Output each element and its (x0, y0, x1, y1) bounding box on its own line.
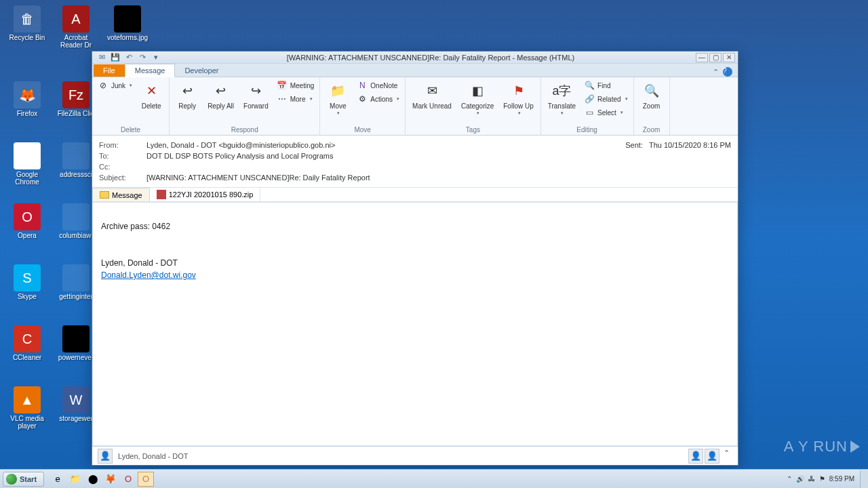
desktop-icon[interactable]: voteforms.jpg (107, 5, 148, 41)
tb-outlook-icon[interactable]: O (138, 472, 154, 487)
app-icon: ⬤ (14, 142, 41, 169)
cc-value (146, 163, 731, 171)
meeting-button[interactable]: 📅Meeting (274, 79, 317, 92)
tray-flag-icon[interactable]: ⚑ (819, 475, 825, 483)
select-button[interactable]: ▭Select (581, 106, 630, 119)
desktop-icon[interactable]: Wstoragewer (56, 386, 96, 422)
reply-button[interactable]: ↩Reply (172, 79, 202, 111)
tab-message[interactable]: Message (125, 64, 176, 77)
ribbon: ⊘Junk ✕Delete Delete ↩Reply ↩Reply All ↪… (92, 77, 738, 136)
attachment-message-tab[interactable]: Message (92, 188, 150, 201)
junk-button[interactable]: ⊘Junk (95, 79, 135, 92)
follow-up-button[interactable]: ⚑Follow Up (499, 79, 537, 117)
signature-email-link[interactable]: Donald.Lyden@dot.wi.gov (101, 270, 196, 280)
app-icon (62, 325, 90, 352)
tray-network-icon[interactable]: 🖧 (808, 475, 815, 483)
undo-icon[interactable]: ↶ (123, 52, 134, 63)
desktop-icon[interactable]: OOpera (7, 203, 47, 239)
minimize-button[interactable]: — (696, 53, 708, 62)
help-icon[interactable]: ? (723, 67, 732, 77)
group-tags: Tags (408, 125, 538, 135)
desktop-icon-label: Acrobat Reader Dr (56, 34, 96, 49)
tb-chrome-icon[interactable]: ⬤ (85, 472, 101, 487)
related-button[interactable]: 🔗Related (581, 92, 630, 106)
desktop-icon[interactable]: powernever (56, 325, 96, 361)
find-button[interactable]: 🔍Find (581, 79, 630, 92)
people-toggle-2[interactable]: 👤 (705, 449, 719, 464)
forward-button[interactable]: ↪Forward (239, 79, 273, 111)
desktop-icon-label: powernever (56, 354, 96, 361)
qat-dropdown-icon[interactable]: ▾ (151, 52, 161, 63)
desktop-icon[interactable]: 🗑Recycle Bin (7, 5, 47, 41)
tray-clock[interactable]: 8:59 PM (829, 475, 854, 483)
tb-explorer-icon[interactable]: 📁 (67, 472, 83, 487)
envelope-icon (100, 191, 109, 199)
tray-volume-icon[interactable]: 🔊 (796, 475, 804, 483)
zip-icon (157, 190, 166, 199)
close-button[interactable]: ✕ (723, 53, 735, 62)
desktop-icon[interactable]: CCCleaner (7, 325, 47, 361)
tb-firefox-icon[interactable]: 🦊 (102, 472, 119, 487)
zoom-icon: 🔍 (641, 80, 663, 102)
tb-ie-icon[interactable]: e (50, 472, 66, 487)
people-toggle-1[interactable]: 👤 (688, 449, 703, 464)
tab-file[interactable]: File (94, 64, 125, 77)
quick-access-toolbar: ✉ 💾 ↶ ↷ ▾ (92, 52, 165, 63)
desktop-icon[interactable]: ⬤Google Chrome (7, 142, 47, 186)
desktop-icon[interactable]: addresssci (56, 142, 96, 178)
desktop-icon[interactable]: AAcrobat Reader Dr (56, 5, 96, 49)
desktop-icon[interactable]: gettinginter (56, 264, 96, 300)
mark-unread-button[interactable]: ✉Mark Unread (408, 79, 456, 111)
meeting-icon: 📅 (277, 80, 288, 91)
onenote-icon: N (357, 80, 368, 91)
to-label: To: (99, 152, 146, 160)
onenote-button[interactable]: NOneNote (354, 79, 402, 92)
attachment-file[interactable]: 122YJI 20201015 890.zip (150, 188, 261, 201)
window-controls: — ▢ ✕ (696, 53, 738, 62)
categorize-button[interactable]: ◧Categorize (457, 79, 498, 117)
select-icon: ▭ (584, 107, 595, 118)
desktop-icon-label: Opera (7, 232, 47, 239)
outlook-message-window: ✉ 💾 ↶ ↷ ▾ [WARNING: ATTACHMENT UNSCANNED… (92, 51, 738, 466)
desktop-icon[interactable]: 🦊Firefox (7, 81, 47, 117)
tray-chevron-icon[interactable]: ⌃ (787, 475, 792, 483)
window-titlebar: ✉ 💾 ↶ ↷ ▾ [WARNING: ATTACHMENT UNSCANNED… (92, 52, 738, 64)
desktop-icon[interactable]: SSkype (7, 264, 47, 300)
delete-button[interactable]: ✕Delete (136, 79, 166, 111)
desktop-icon-label: voteforms.jpg (107, 34, 148, 41)
start-button[interactable]: Start (3, 472, 44, 487)
desktop-icon[interactable]: ▲VLC media player (7, 386, 47, 430)
app-icon: 🦊 (14, 81, 41, 108)
actions-icon: ⚙ (357, 94, 368, 104)
message-body[interactable]: Archive pass: 0462 Lyden, Donald - DOT D… (92, 202, 738, 446)
group-delete: Delete (95, 125, 166, 135)
tb-opera-icon[interactable]: O (120, 472, 136, 487)
app-icon: 🗑 (14, 5, 41, 33)
save-icon[interactable]: 💾 (110, 52, 121, 63)
zoom-button[interactable]: 🔍Zoom (637, 79, 667, 111)
app-icon: Fz (62, 81, 90, 108)
avatar-icon[interactable]: 👤 (98, 449, 113, 464)
reply-icon: ↩ (176, 80, 198, 102)
desktop-icon[interactable]: columbiawi (56, 203, 96, 239)
collapse-ribbon-icon[interactable]: ⌃ (713, 68, 719, 77)
translate-button[interactable]: a字Translate (544, 79, 580, 117)
desktop-icon-label: CCleaner (7, 354, 47, 361)
app-icon: A (62, 5, 90, 33)
move-button[interactable]: 📁Move (323, 79, 353, 117)
reply-all-button[interactable]: ↩Reply All (203, 79, 238, 111)
actions-button[interactable]: ⚙Actions (354, 92, 402, 106)
chevron-up-icon[interactable]: ⌃ (721, 449, 732, 464)
show-desktop-button[interactable] (860, 470, 868, 488)
move-icon: 📁 (327, 80, 349, 102)
desktop-icon-label: VLC media player (7, 415, 47, 430)
watermark: A Y RUN (784, 438, 860, 455)
maximize-button[interactable]: ▢ (709, 53, 722, 62)
more-button[interactable]: ⋯More (274, 92, 317, 106)
redo-icon[interactable]: ↷ (137, 52, 148, 63)
desktop-icon[interactable]: FzFileZilla Clie (56, 81, 96, 117)
play-icon (850, 441, 860, 453)
sent-value: Thu 10/15/2020 8:16 PM (649, 141, 731, 149)
tab-developer[interactable]: Developer (175, 64, 228, 77)
app-icon: ▲ (14, 386, 41, 413)
